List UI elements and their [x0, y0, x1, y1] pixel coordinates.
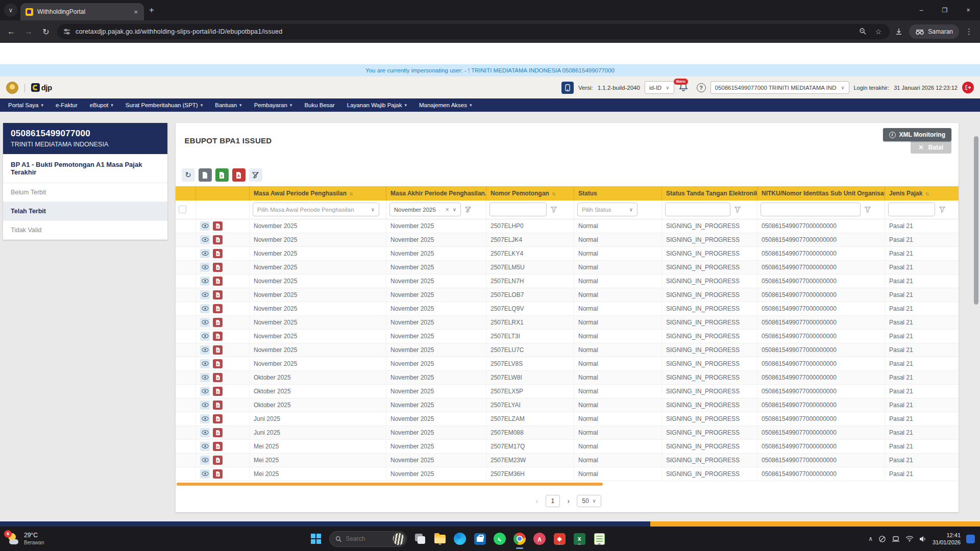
- download-pdf-icon[interactable]: A: [213, 221, 223, 231]
- filter-ttd-input[interactable]: [665, 203, 730, 216]
- start-button[interactable]: [309, 532, 323, 545]
- browser-menu-icon[interactable]: ⋮: [965, 27, 973, 36]
- zoom-icon[interactable]: [857, 28, 868, 36]
- download-pdf-icon[interactable]: A: [213, 414, 223, 423]
- download-pdf-icon[interactable]: A: [213, 332, 223, 341]
- download-pdf-icon[interactable]: A: [213, 387, 223, 396]
- nav-item-layanan-wajib-pajak[interactable]: Layanan Wajib Pajak▾: [347, 102, 407, 108]
- download-pdf-icon[interactable]: A: [213, 359, 223, 368]
- view-eye-icon[interactable]: [200, 373, 210, 382]
- view-eye-icon[interactable]: [200, 277, 210, 286]
- column-header-nitku-nomor-identitas-sub-unit-organisasi[interactable]: NITKU/Nomor Identitas Sub Unit Organisas…: [757, 186, 885, 201]
- sort-icon[interactable]: ↑↓: [925, 191, 928, 196]
- page-size-select[interactable]: 50 ∨: [577, 495, 601, 507]
- download-pdf-icon[interactable]: A: [213, 235, 223, 244]
- filter-funnel-icon[interactable]: [864, 206, 871, 213]
- prev-page-button[interactable]: ‹: [533, 496, 542, 505]
- export-pdf-button[interactable]: A: [232, 168, 246, 182]
- locale-select[interactable]: id-ID ∨: [645, 81, 674, 94]
- notifications-bell[interactable]: Baru: [679, 82, 692, 94]
- filter-masa-awal-select[interactable]: Pilih Masa Awal Periode Penghasilan ∨: [253, 203, 379, 216]
- filter-masa-akhir-select[interactable]: November 2025 × ∨: [389, 203, 461, 216]
- task-view-button[interactable]: [413, 532, 427, 545]
- notification-center-icon[interactable]: [966, 535, 975, 543]
- download-pdf-icon[interactable]: A: [213, 428, 223, 437]
- download-pdf-icon[interactable]: A: [213, 469, 223, 479]
- column-header-status[interactable]: Status: [574, 186, 662, 201]
- reload-button[interactable]: ↻: [40, 27, 52, 37]
- taskbar-clock[interactable]: 12:41 31/01/2026: [933, 532, 961, 546]
- view-eye-icon[interactable]: [200, 428, 210, 437]
- browser-tab[interactable]: WithholdingPortal ×: [20, 3, 144, 20]
- view-eye-icon[interactable]: [200, 318, 210, 327]
- tab-search-button[interactable]: ∨: [4, 4, 17, 17]
- vertical-scrollbar[interactable]: [974, 136, 978, 305]
- download-pdf-icon[interactable]: A: [213, 277, 223, 286]
- view-eye-icon[interactable]: [200, 221, 210, 231]
- filter-funnel-icon[interactable]: [550, 206, 557, 213]
- sidebar-item-telah-terbit[interactable]: Telah Terbit: [3, 202, 167, 221]
- site-info-icon[interactable]: [63, 28, 70, 35]
- view-eye-icon[interactable]: [200, 249, 210, 258]
- tray-laptop-icon[interactable]: [892, 536, 900, 542]
- djp-logo[interactable]: djp: [31, 83, 52, 92]
- microsoft-store-icon[interactable]: [473, 532, 486, 545]
- select-all-checkbox[interactable]: [179, 206, 186, 213]
- speaker-icon[interactable]: [919, 536, 927, 542]
- footer-scrollbar-thumb[interactable]: [650, 521, 980, 527]
- filter-funnel-slash-icon[interactable]: [464, 206, 472, 213]
- chrome-browser-icon[interactable]: [513, 532, 526, 545]
- view-eye-icon[interactable]: [200, 332, 210, 341]
- view-eye-icon[interactable]: [200, 290, 210, 299]
- filter-nitku-input[interactable]: [761, 203, 861, 216]
- batal-button[interactable]: ✕ Batal: [911, 141, 951, 154]
- search-input[interactable]: [346, 535, 388, 542]
- close-tab-icon[interactable]: ×: [133, 8, 139, 16]
- download-pdf-icon[interactable]: A: [213, 400, 223, 410]
- filter-status-select[interactable]: Pilih Status ∨: [577, 203, 638, 216]
- next-page-button[interactable]: ›: [564, 496, 573, 505]
- view-eye-icon[interactable]: [200, 400, 210, 410]
- nav-item-surat-pemberitahuan-spt-[interactable]: Surat Pemberitahuan (SPT)▾: [126, 102, 203, 108]
- filter-jenis-input[interactable]: [888, 203, 935, 216]
- download-pdf-icon[interactable]: A: [213, 373, 223, 382]
- column-header-jenis-pajak[interactable]: Jenis Pajak↑↓: [885, 186, 959, 201]
- download-pdf-icon[interactable]: A: [213, 318, 223, 327]
- column-header-masa-awal-periode-penghasilan[interactable]: Masa Awal Periode Penghasilan↑↓: [250, 186, 386, 201]
- download-pdf-icon[interactable]: A: [213, 249, 223, 258]
- edge-browser-icon[interactable]: [453, 532, 467, 545]
- bookmark-star-icon[interactable]: ☆: [873, 28, 884, 36]
- export-file-button[interactable]: [199, 168, 212, 182]
- refresh-button[interactable]: ↻: [182, 168, 195, 182]
- nav-item-bantuan[interactable]: Bantuan▾: [215, 102, 241, 108]
- notepad-icon[interactable]: [593, 532, 606, 545]
- whatsapp-icon[interactable]: [493, 532, 506, 545]
- account-select[interactable]: 0508615499077000 TRINITI MEDIATAMA INDON…: [710, 81, 849, 94]
- filter-funnel-icon[interactable]: [734, 206, 741, 213]
- incognito-badge[interactable]: Samaran: [909, 24, 959, 39]
- current-page-button[interactable]: 1: [546, 495, 560, 507]
- nav-item-manajemen-akses[interactable]: Manajemen Akses▾: [419, 102, 472, 108]
- sort-icon[interactable]: ↑↓: [349, 191, 352, 196]
- sidebar-section-title[interactable]: BP A1 - Bukti Pemotongan A1 Masa Pajak T…: [3, 154, 167, 183]
- download-pdf-icon[interactable]: A: [213, 442, 223, 451]
- file-explorer-icon[interactable]: [433, 532, 447, 545]
- download-pdf-icon[interactable]: A: [213, 263, 223, 272]
- help-button[interactable]: ?: [697, 83, 706, 92]
- xml-monitoring-button[interactable]: i XML Monitoring: [883, 128, 951, 141]
- filter-nomor-input[interactable]: [489, 203, 547, 216]
- forward-button[interactable]: →: [22, 27, 35, 36]
- downloads-icon[interactable]: [895, 28, 903, 36]
- download-pdf-icon[interactable]: A: [213, 345, 223, 355]
- back-button[interactable]: ←: [5, 27, 17, 36]
- window-minimize-button[interactable]: –: [910, 0, 933, 20]
- taskbar-search[interactable]: [329, 531, 407, 547]
- download-pdf-icon[interactable]: A: [213, 290, 223, 299]
- column-header-nomor-pemotongan[interactable]: Nomor Pemotongan↑↓: [486, 186, 574, 201]
- sidebar-item-tidak-valid[interactable]: Tidak Valid: [3, 221, 167, 240]
- search-highlight-image[interactable]: [393, 533, 405, 545]
- nav-item-ebupot[interactable]: eBupot▾: [90, 102, 113, 108]
- tray-ban-icon[interactable]: [878, 535, 886, 543]
- view-eye-icon[interactable]: [200, 263, 210, 272]
- nav-item-pembayaran[interactable]: Pembayaran▾: [254, 102, 292, 108]
